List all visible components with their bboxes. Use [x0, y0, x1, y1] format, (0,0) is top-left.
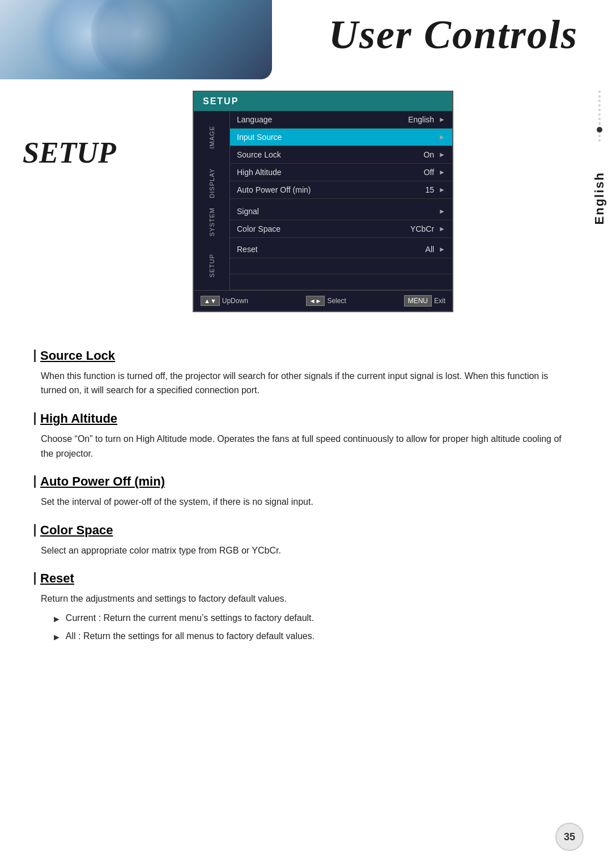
content-area: SETUP SETUP IMAGE Language English ►	[0, 79, 612, 324]
menu-section-display: DISPLAY High Altitude Off ► Auto Power O…	[194, 164, 452, 203]
section-text-auto-power-off: Set the interval of power-off of the sys…	[41, 495, 567, 509]
menu-section-image: IMAGE Language English ► Input Source ►	[194, 111, 452, 164]
sidebar-label-system: SYSTEM	[194, 203, 230, 241]
section-text-reset: Return the adjustments and settings to f…	[41, 592, 567, 606]
menu-item-reset[interactable]: Reset All ►	[230, 241, 452, 258]
section-text-source-lock: When this function is turned off, the pr…	[41, 369, 567, 398]
sidebar-label-setup: SETUP	[194, 241, 230, 290]
bullet-arrow-icon: ►	[52, 630, 61, 645]
bullet-all: ► All : Return the settings for all menu…	[52, 629, 567, 645]
section-text-color-space: Select an appropriate color matrix type …	[41, 543, 567, 558]
language-label: English	[592, 172, 607, 224]
menu-footer: ▲▼ UpDown ◄► Select MENU Exit	[194, 290, 452, 311]
sidebar-label-display: DISPLAY	[194, 164, 230, 203]
bullet-current: ► Current : Return the current menu’s se…	[52, 611, 567, 627]
section-text-high-altitude: Choose “On” to turn on High Altitude mod…	[41, 432, 567, 461]
arrow-icon: ►	[439, 186, 445, 194]
section-source-lock: Source Lock When this function is turned…	[34, 348, 567, 398]
section-title-auto-power-off: Auto Power Off (min)	[34, 474, 567, 489]
menu-header: SETUP	[194, 92, 452, 111]
menu-item-high-altitude[interactable]: High Altitude Off ►	[230, 164, 452, 181]
section-color-space: Color Space Select an appropriate color …	[34, 523, 567, 558]
section-title-color-space: Color Space	[34, 523, 567, 538]
section-title-reset: Reset	[34, 571, 567, 586]
section-high-altitude: High Altitude Choose “On” to turn on Hig…	[34, 411, 567, 461]
arrow-icon: ►	[439, 207, 445, 215]
menu-item-signal[interactable]: Signal ►	[230, 203, 452, 220]
section-title-high-altitude: High Altitude	[34, 411, 567, 426]
updown-control: ▲▼ UpDown	[201, 296, 248, 306]
menu-items-image: Language English ► Input Source ► Source…	[230, 111, 452, 164]
section-title-source-lock: Source Lock	[34, 348, 567, 363]
menu-exit-control: MENU Exit	[404, 295, 445, 307]
page-header: User Controls	[0, 0, 612, 79]
menu-item-color-space[interactable]: Color Space YCbCr ►	[230, 220, 452, 238]
main-content: Source Lock When this function is turned…	[0, 324, 612, 658]
arrow-icon: ►	[439, 151, 445, 159]
arrow-icon: ►	[439, 133, 445, 141]
menu-container: SETUP IMAGE Language English ► Inp	[193, 91, 453, 312]
left-panel: SETUP	[11, 91, 159, 312]
leftright-icon: ◄►	[306, 296, 325, 306]
menu-section-setup: SETUP Reset All ►	[194, 241, 452, 290]
arrow-icon: ►	[439, 225, 445, 233]
select-control: ◄► Select	[306, 296, 346, 306]
menu-item-input-source[interactable]: Input Source ►	[230, 129, 452, 146]
bullet-arrow-icon: ►	[52, 612, 61, 627]
menu-item-language[interactable]: Language English ►	[230, 111, 452, 129]
menu-item-empty1	[230, 258, 452, 274]
menu-item-auto-power-off[interactable]: Auto Power Off (min) 15 ►	[230, 181, 452, 199]
updown-icon: ▲▼	[201, 296, 220, 306]
menu-item-empty2	[230, 274, 452, 290]
arrow-icon: ►	[439, 116, 445, 124]
menu-items-setup: Reset All ►	[230, 241, 452, 290]
menu-section-system: SYSTEM Signal ► Color Space YCbCr ►	[194, 203, 452, 241]
section-reset: Reset Return the adjustments and setting…	[34, 571, 567, 644]
menu-button[interactable]: MENU	[404, 295, 432, 307]
menu-items-system: Signal ► Color Space YCbCr ►	[230, 203, 452, 241]
arrow-icon: ►	[439, 168, 445, 176]
menu-items-display: High Altitude Off ► Auto Power Off (min)…	[230, 164, 452, 203]
right-sidebar: English	[586, 113, 612, 283]
page-number: 35	[555, 823, 584, 851]
menu-panel: SETUP IMAGE Language English ► Inp	[170, 91, 589, 312]
setup-label: SETUP	[23, 136, 159, 169]
section-auto-power-off: Auto Power Off (min) Set the interval of…	[34, 474, 567, 509]
sidebar-label-image: IMAGE	[194, 111, 230, 164]
menu-item-source-lock[interactable]: Source Lock On ►	[230, 146, 452, 164]
page-title: User Controls	[329, 11, 578, 58]
arrow-icon: ►	[439, 245, 445, 253]
menu-body: IMAGE Language English ► Input Source ►	[194, 111, 452, 290]
header-image	[0, 0, 272, 79]
